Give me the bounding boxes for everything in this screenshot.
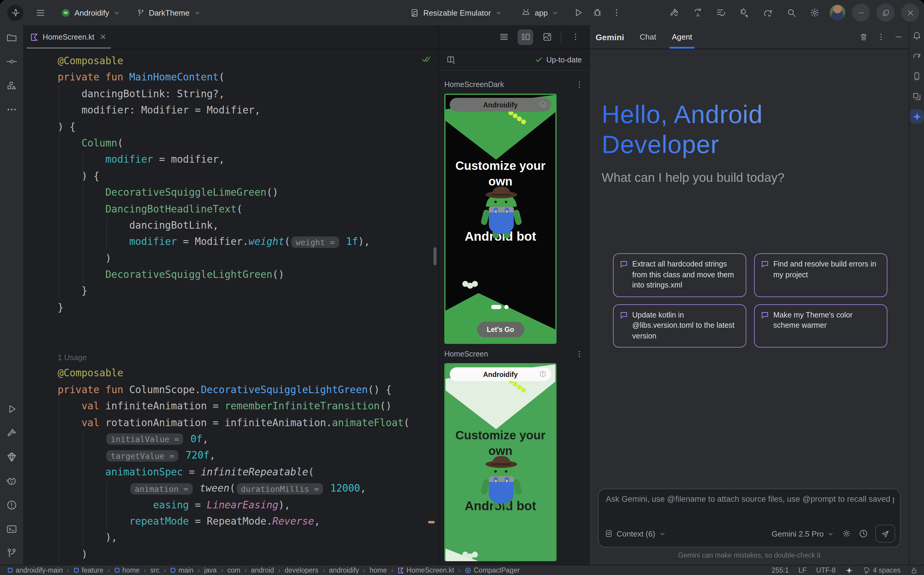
minimize-button[interactable] [852,3,870,22]
terminal-icon[interactable] [2,519,21,538]
code-line[interactable]: 1 Usage [58,349,438,365]
suggestion-card[interactable]: Make my Theme's color scheme warmer [754,304,887,348]
run-tool-icon[interactable] [2,399,21,418]
more-run-options-icon[interactable] [609,4,625,21]
project-folder-icon[interactable] [2,28,21,47]
attach-debugger-icon[interactable] [736,4,753,21]
code-line[interactable]: @Composable [58,53,438,69]
code-line[interactable]: val infiniteAnimation = rememberInfinite… [58,398,438,415]
gemini-spark-icon[interactable] [910,109,924,124]
context-dropdown[interactable]: Context (6) [617,529,655,538]
sync-text-icon[interactable]: A [689,4,706,21]
code-line[interactable]: ) { [58,119,438,135]
preview-item-menu-icon[interactable] [575,80,584,89]
indent-setting[interactable]: 4 spaces [863,566,900,574]
gradle-icon[interactable] [910,48,923,64]
gemini-input[interactable]: Ask Gemini, use @filename to attach sour… [598,489,900,547]
preview-menu-icon[interactable] [567,29,583,45]
device-explorer-icon[interactable] [910,89,923,105]
code-line[interactable]: val rotationAnimation = infiniteAnimatio… [58,415,438,431]
version-control-icon[interactable] [2,543,21,562]
code-line[interactable]: ) [58,250,438,267]
code-line[interactable]: animation = tween(durationMillis = 12000… [58,480,438,497]
search-icon[interactable] [783,4,800,21]
gemini-settings-icon[interactable] [842,529,851,538]
logcat-icon[interactable] [2,471,21,490]
send-button[interactable] [875,524,895,543]
debug-button[interactable] [589,4,606,21]
model-dropdown[interactable]: Gemini 2.5 Pro [772,529,835,538]
code-line[interactable]: @Composable [58,365,438,382]
project-selector[interactable]: Androidify [57,5,124,20]
breadcrumb-item[interactable]: java [204,567,217,574]
code-line[interactable]: targetValue = 720f, [58,448,438,464]
suggestion-card[interactable]: Update kotlin in @libs.version.toml to t… [613,304,746,348]
clear-chat-trash-icon[interactable] [859,32,868,41]
line-separator[interactable]: LF [798,567,806,574]
design-view-icon[interactable] [539,29,555,45]
tab-homescreen-kt[interactable]: HomeScreen.kt ✕ [24,25,113,49]
commit-icon[interactable] [2,52,21,71]
suggestion-card[interactable]: Find and resolve build errors in my proj… [754,253,887,297]
app-quality-insights-icon[interactable] [2,447,21,466]
code-line[interactable]: initialValue = 0f, [58,431,438,448]
code-line[interactable]: private fun MainHomeContent( [58,69,438,86]
breadcrumb-item[interactable]: android [251,567,274,574]
code-line[interactable]: Column( [58,135,438,152]
breadcrumb-item[interactable]: HomeScreen.kt [398,567,454,574]
breadcrumb-item[interactable]: src [150,567,159,574]
breadcrumb-item[interactable]: developers [285,567,318,574]
inspections-ok-icon[interactable] [421,55,431,64]
tab-agent[interactable]: Agent [672,25,692,49]
breadcrumb-item[interactable]: com [227,567,240,574]
preview-phone-dark[interactable]: Androidify Customize your own [444,94,557,344]
build-hammer-icon[interactable] [666,4,683,21]
hide-panel-icon[interactable] [894,32,903,41]
code-editor[interactable]: @Composableprivate fun MainHomeContent( … [24,49,438,565]
avatar[interactable] [830,5,845,21]
readonly-lock-icon[interactable] [910,566,918,574]
code-line[interactable]: modifier = modifier, [58,152,438,168]
settings-gear-icon[interactable] [806,4,823,21]
code-line[interactable]: private fun ColumnScope.DecorativeSquigg… [58,382,438,398]
device-selector[interactable]: Resizable Emulator [406,5,506,20]
code-line[interactable]: easing = LinearEasing), [58,497,438,513]
problems-icon[interactable] [2,495,21,515]
code-line[interactable]: } [58,283,438,300]
tab-close-icon[interactable]: ✕ [100,32,106,41]
code-line[interactable]: DecorativeSquiggleLimeGreen() [58,184,438,201]
breadcrumb-item[interactable]: feature [73,567,103,574]
code-line[interactable]: modifier = Modifier.weight(weight = 1f), [58,234,438,250]
tab-chat[interactable]: Chat [640,25,656,49]
code-line[interactable]: ) { [58,168,438,184]
notifications-bell-icon[interactable] [910,28,923,43]
breadcrumb-item[interactable]: CompactPager [465,567,520,574]
breadcrumb-item[interactable]: androidify-main [7,567,63,574]
gemini-menu-icon[interactable] [876,32,886,41]
gemini-status-spark-icon[interactable] [845,566,853,574]
preview-phone-light[interactable]: Androidify Customize your own [444,363,557,561]
code-line[interactable] [58,332,438,349]
file-encoding[interactable]: UTF-8 [816,567,836,574]
code-line[interactable]: DancingBotHeadlineText( [58,201,438,217]
close-button[interactable] [901,3,919,22]
run-button[interactable] [570,4,587,21]
suggestion-card[interactable]: Extract all hardcoded strings from this … [613,253,746,297]
code-view-icon[interactable] [496,29,512,45]
code-line[interactable]: animationSpec = infiniteRepeatable( [58,464,438,480]
maximize-button[interactable] [876,3,895,22]
code-line[interactable]: dancingBotLink, [58,217,438,234]
code-line[interactable]: } [58,300,438,316]
main-menu-icon[interactable] [32,4,49,21]
breadcrumb-item[interactable]: androidify [329,567,359,574]
build-tool-icon[interactable] [2,423,21,442]
code-line[interactable]: ) [58,546,438,562]
code-line[interactable]: dancingBotLink: String?, [58,86,438,102]
breadcrumb-item[interactable]: home [369,567,387,574]
editor-scrollbar[interactable] [434,247,436,265]
more-tool-windows-icon[interactable] [2,100,21,119]
resource-manager-icon[interactable] [2,76,21,95]
layout-switch-icon[interactable] [446,55,456,65]
split-view-icon[interactable] [517,29,533,45]
context-attach-icon[interactable] [604,529,613,538]
